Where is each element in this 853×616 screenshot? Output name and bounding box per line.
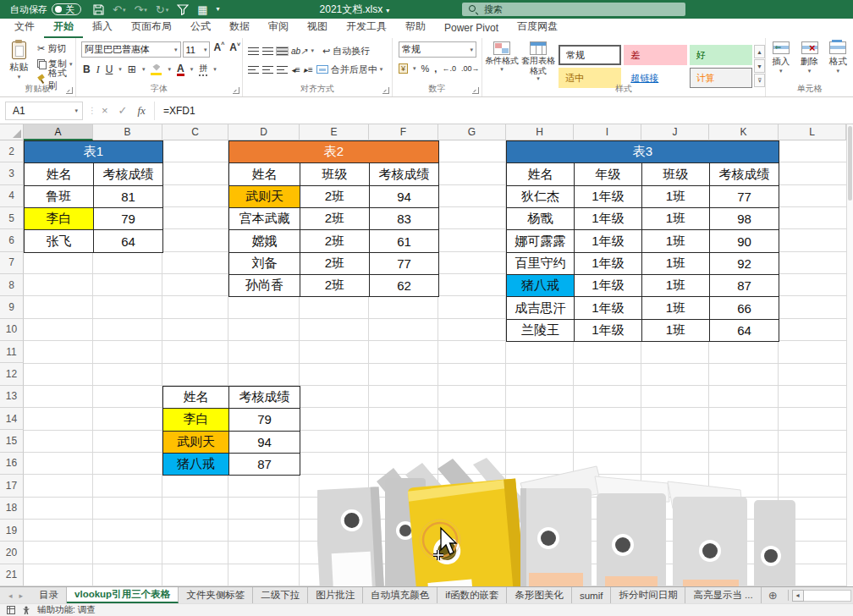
table-2-cell[interactable]: 94 <box>370 186 439 208</box>
vertical-scrollbar[interactable] <box>846 124 853 586</box>
table-3-cell[interactable]: 77 <box>710 186 779 208</box>
sheet-tab-拆分时间日期[interactable]: 拆分时间日期 <box>611 587 685 603</box>
clipboard-dialog-launcher[interactable] <box>66 87 73 94</box>
table-view-icon[interactable]: ▦ <box>197 4 207 15</box>
autosave-pill[interactable]: 关 <box>52 3 81 15</box>
ribbon-tab-Power Pivot[interactable]: Power Pivot <box>435 19 508 38</box>
ribbon-tab-文件[interactable]: 文件 <box>5 16 44 38</box>
accounting-format-button[interactable]: ¥ <box>399 63 408 74</box>
table-3-cell[interactable]: 64 <box>710 320 779 342</box>
formula-input[interactable]: =XFD1 <box>154 102 853 120</box>
bold-button[interactable]: B <box>83 63 91 75</box>
alignment-dialog-launcher[interactable] <box>382 87 389 94</box>
filter-icon[interactable] <box>177 4 189 15</box>
result-table-cell[interactable]: 李白 <box>163 409 229 431</box>
row-header-21[interactable]: 21 <box>0 564 24 586</box>
result-table-cell[interactable]: 武则天 <box>163 432 229 454</box>
cancel-entry-icon[interactable]: × <box>102 104 108 117</box>
table-2-cell[interactable]: 2班 <box>300 208 370 230</box>
search-input[interactable]: 搜索 <box>462 3 685 16</box>
align-bottom-icon[interactable] <box>277 47 288 55</box>
ribbon-tab-页面布局[interactable]: 页面布局 <box>122 16 181 38</box>
table-3-cell[interactable]: 87 <box>710 275 779 297</box>
name-box-dropdown-icon[interactable]: ▾ <box>74 107 78 114</box>
column-header-B[interactable]: B <box>93 124 162 140</box>
table-3-cell[interactable]: 1班 <box>642 320 710 342</box>
table-3-cell[interactable]: 成吉思汗 <box>507 297 575 319</box>
shrink-font-button[interactable]: A˅ <box>228 41 242 58</box>
table-3-cell[interactable]: 1年级 <box>575 275 642 297</box>
column-header-G[interactable]: G <box>438 124 506 140</box>
column-header-D[interactable]: D <box>228 124 300 140</box>
new-sheet-button[interactable]: ⊕ <box>762 587 784 603</box>
macro-record-icon[interactable] <box>7 606 15 614</box>
table-1-cell[interactable]: 张飞 <box>25 230 94 252</box>
table-3-cell[interactable]: 猪八戒 <box>507 275 575 297</box>
table-2-cell[interactable]: 83 <box>370 208 439 230</box>
gallery-down-button[interactable]: ▼ <box>754 59 765 73</box>
table-1-cell[interactable]: 81 <box>94 186 163 208</box>
sheet-tab-if函数的嵌套[interactable]: if函数的嵌套 <box>438 587 507 603</box>
cell-style-好[interactable]: 好 <box>690 45 752 65</box>
number-format-select[interactable]: 常规▾ <box>399 41 476 58</box>
table-3-cell[interactable]: 92 <box>710 253 779 275</box>
vertical-scrollbar-thumb[interactable] <box>848 126 852 201</box>
column-header-A[interactable]: A <box>24 124 93 140</box>
row-header-7[interactable]: 7 <box>0 252 24 274</box>
confirm-entry-icon[interactable]: ✓ <box>118 104 128 117</box>
table-3-cell[interactable]: 1年级 <box>575 297 642 319</box>
table-3-cell[interactable]: 1年级 <box>575 253 642 275</box>
ribbon-tab-审阅[interactable]: 审阅 <box>259 16 298 38</box>
redo-icon[interactable]: ↷▾ <box>134 4 146 15</box>
increase-decimal-button[interactable]: ←.0 <box>442 64 456 73</box>
table-2-cell[interactable]: 宫本武藏 <box>229 208 300 230</box>
grid-area[interactable]: 表1姓名考核成绩鲁班81李白79张飞64表2姓名班级考核成绩武则天2班94宫本武… <box>24 140 846 586</box>
table-3-cell[interactable]: 狄仁杰 <box>507 186 575 208</box>
ribbon-tab-开发工具[interactable]: 开发工具 <box>337 16 396 38</box>
binders-image[interactable] <box>317 458 795 586</box>
sheet-tab-图片批注[interactable]: 图片批注 <box>308 587 363 603</box>
phonetic-guide-button[interactable]: 拼 <box>199 63 207 76</box>
comma-style-button[interactable]: , <box>434 63 437 74</box>
sheet-tab-条形图美化[interactable]: 条形图美化 <box>507 587 572 603</box>
repeat-icon[interactable]: ↻▾ <box>156 4 168 15</box>
table-1-cell[interactable]: 64 <box>94 230 163 252</box>
table-2-cell[interactable]: 2班 <box>300 230 370 252</box>
ribbon-tab-帮助[interactable]: 帮助 <box>396 16 435 38</box>
row-header-13[interactable]: 13 <box>0 386 24 408</box>
font-color-button[interactable]: A <box>177 63 184 76</box>
row-header-16[interactable]: 16 <box>0 453 24 475</box>
row-header-5[interactable]: 5 <box>0 207 24 229</box>
sheet-tab-高亮显示当 ...[interactable]: 高亮显示当 ... <box>685 587 761 603</box>
ribbon-tab-开始[interactable]: 开始 <box>44 16 83 38</box>
column-header-I[interactable]: I <box>574 124 641 140</box>
align-left-icon[interactable] <box>248 66 259 74</box>
table-3-cell[interactable]: 1班 <box>642 275 710 297</box>
column-header-K[interactable]: K <box>709 124 779 140</box>
table-3-cell[interactable]: 1年级 <box>575 186 642 208</box>
sheet-tab-sumif[interactable]: sumif <box>572 587 611 603</box>
row-header-11[interactable]: 11 <box>0 341 24 363</box>
cell-style-常规[interactable]: 常规 <box>559 45 621 65</box>
result-table-cell[interactable]: 94 <box>229 432 300 454</box>
column-header-C[interactable]: C <box>162 124 228 140</box>
font-name-select[interactable]: 阿里巴巴普惠体▾ <box>81 41 181 58</box>
save-icon[interactable] <box>93 4 104 15</box>
ribbon-tab-视图[interactable]: 视图 <box>298 16 337 38</box>
italic-button[interactable]: I <box>96 63 100 76</box>
undo-icon[interactable]: ↶▾ <box>113 4 125 15</box>
decrease-indent-button[interactable]: ◂≡ <box>291 65 300 74</box>
table-2-cell[interactable]: 61 <box>370 230 439 252</box>
font-dialog-launcher[interactable] <box>233 87 239 94</box>
sheet-tab-vlookup引用三个表格[interactable]: vlookup引用三个表格 <box>67 587 179 603</box>
ribbon-tab-百度网盘[interactable]: 百度网盘 <box>508 16 567 38</box>
fill-color-button[interactable] <box>151 64 162 75</box>
sheet-tab-目录[interactable]: 目录 <box>31 587 67 603</box>
row-header-9[interactable]: 9 <box>0 296 24 318</box>
grow-font-button[interactable]: A^ <box>212 41 226 58</box>
sheet-nav-next-icon[interactable]: ▸ <box>19 591 24 600</box>
table-3-cell[interactable]: 娜可露露 <box>507 230 575 252</box>
table-3-cell[interactable]: 98 <box>710 208 779 230</box>
row-header-12[interactable]: 12 <box>0 363 24 385</box>
row-header-15[interactable]: 15 <box>0 430 24 452</box>
